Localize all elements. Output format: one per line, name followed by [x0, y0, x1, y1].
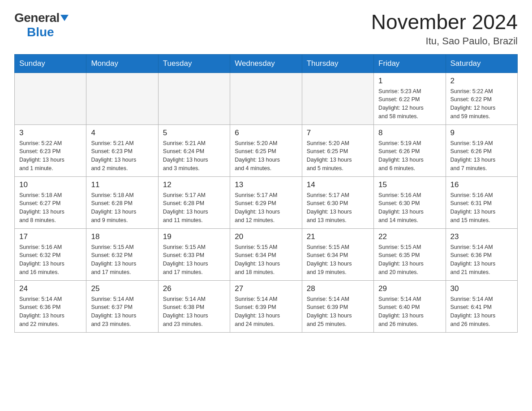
- day-info: Sunrise: 5:16 AM Sunset: 6:30 PM Dayligh…: [378, 191, 441, 225]
- day-number: 27: [235, 284, 297, 293]
- calendar-cell: 18Sunrise: 5:15 AM Sunset: 6:32 PM Dayli…: [86, 228, 158, 280]
- calendar-cell: 25Sunrise: 5:14 AM Sunset: 6:37 PM Dayli…: [86, 280, 158, 332]
- day-number: 22: [378, 232, 441, 241]
- day-number: 21: [307, 232, 369, 241]
- day-info: Sunrise: 5:21 AM Sunset: 6:23 PM Dayligh…: [91, 139, 153, 173]
- calendar-cell: 27Sunrise: 5:14 AM Sunset: 6:39 PM Dayli…: [230, 280, 302, 332]
- weekday-header-wednesday: Wednesday: [230, 54, 302, 73]
- calendar-cell: 2Sunrise: 5:22 AM Sunset: 6:22 PM Daylig…: [446, 73, 517, 124]
- day-number: 7: [307, 128, 369, 137]
- day-info: Sunrise: 5:17 AM Sunset: 6:30 PM Dayligh…: [307, 191, 369, 225]
- day-info: Sunrise: 5:14 AM Sunset: 6:36 PM Dayligh…: [450, 243, 513, 277]
- weekday-header-thursday: Thursday: [302, 54, 373, 73]
- weekday-header-tuesday: Tuesday: [158, 54, 230, 73]
- day-info: Sunrise: 5:15 AM Sunset: 6:34 PM Dayligh…: [307, 243, 369, 277]
- day-number: 29: [378, 284, 441, 293]
- weekday-header-sunday: Sunday: [15, 54, 86, 73]
- calendar-cell: 23Sunrise: 5:14 AM Sunset: 6:36 PM Dayli…: [446, 228, 517, 280]
- day-number: 12: [163, 180, 225, 189]
- calendar-cell: 12Sunrise: 5:17 AM Sunset: 6:28 PM Dayli…: [158, 176, 230, 228]
- day-info: Sunrise: 5:15 AM Sunset: 6:35 PM Dayligh…: [378, 243, 441, 277]
- day-number: 8: [378, 128, 441, 137]
- day-info: Sunrise: 5:23 AM Sunset: 6:22 PM Dayligh…: [378, 87, 441, 121]
- weekday-header-saturday: Saturday: [446, 54, 517, 73]
- day-number: 19: [163, 232, 225, 241]
- day-info: Sunrise: 5:14 AM Sunset: 6:40 PM Dayligh…: [378, 295, 441, 329]
- day-number: 26: [163, 284, 225, 293]
- day-number: 28: [307, 284, 369, 293]
- calendar-cell: 11Sunrise: 5:18 AM Sunset: 6:28 PM Dayli…: [86, 176, 158, 228]
- calendar-cell: [158, 73, 230, 124]
- day-number: 20: [235, 232, 297, 241]
- calendar-cell: 24Sunrise: 5:14 AM Sunset: 6:36 PM Dayli…: [15, 280, 86, 332]
- day-info: Sunrise: 5:16 AM Sunset: 6:32 PM Dayligh…: [19, 243, 82, 277]
- day-info: Sunrise: 5:21 AM Sunset: 6:24 PM Dayligh…: [163, 139, 225, 173]
- day-info: Sunrise: 5:20 AM Sunset: 6:25 PM Dayligh…: [235, 139, 297, 173]
- calendar-cell: [15, 73, 86, 124]
- calendar-cell: 6Sunrise: 5:20 AM Sunset: 6:25 PM Daylig…: [230, 124, 302, 176]
- page-header: General Blue November 2024 Itu, Sao Paul…: [14, 11, 518, 47]
- day-info: Sunrise: 5:22 AM Sunset: 6:22 PM Dayligh…: [450, 87, 513, 121]
- calendar-week-row: 3Sunrise: 5:22 AM Sunset: 6:23 PM Daylig…: [15, 124, 518, 176]
- day-info: Sunrise: 5:16 AM Sunset: 6:31 PM Dayligh…: [450, 191, 513, 225]
- day-number: 11: [91, 180, 153, 189]
- calendar-week-row: 10Sunrise: 5:18 AM Sunset: 6:27 PM Dayli…: [15, 176, 518, 228]
- calendar-cell: 17Sunrise: 5:16 AM Sunset: 6:32 PM Dayli…: [15, 228, 86, 280]
- logo: General Blue: [14, 11, 69, 39]
- day-info: Sunrise: 5:20 AM Sunset: 6:25 PM Dayligh…: [307, 139, 369, 173]
- calendar-cell: 7Sunrise: 5:20 AM Sunset: 6:25 PM Daylig…: [302, 124, 373, 176]
- calendar-cell: [230, 73, 302, 124]
- calendar-week-row: 1Sunrise: 5:23 AM Sunset: 6:22 PM Daylig…: [15, 73, 518, 124]
- calendar-cell: 29Sunrise: 5:14 AM Sunset: 6:40 PM Dayli…: [374, 280, 446, 332]
- calendar-cell: 26Sunrise: 5:14 AM Sunset: 6:38 PM Dayli…: [158, 280, 230, 332]
- calendar-cell: 20Sunrise: 5:15 AM Sunset: 6:34 PM Dayli…: [230, 228, 302, 280]
- day-info: Sunrise: 5:14 AM Sunset: 6:39 PM Dayligh…: [235, 295, 297, 329]
- day-number: 14: [307, 180, 369, 189]
- weekday-header-monday: Monday: [86, 54, 158, 73]
- day-info: Sunrise: 5:15 AM Sunset: 6:34 PM Dayligh…: [235, 243, 297, 277]
- day-info: Sunrise: 5:22 AM Sunset: 6:23 PM Dayligh…: [19, 139, 82, 173]
- calendar-cell: 14Sunrise: 5:17 AM Sunset: 6:30 PM Dayli…: [302, 176, 373, 228]
- day-info: Sunrise: 5:14 AM Sunset: 6:36 PM Dayligh…: [19, 295, 82, 329]
- day-number: 9: [450, 128, 513, 137]
- calendar-cell: 9Sunrise: 5:19 AM Sunset: 6:26 PM Daylig…: [446, 124, 517, 176]
- calendar-week-row: 17Sunrise: 5:16 AM Sunset: 6:32 PM Dayli…: [15, 228, 518, 280]
- svg-marker-0: [60, 15, 69, 21]
- calendar-cell: 19Sunrise: 5:15 AM Sunset: 6:33 PM Dayli…: [158, 228, 230, 280]
- calendar-cell: [86, 73, 158, 124]
- day-number: 16: [450, 180, 513, 189]
- calendar-cell: 15Sunrise: 5:16 AM Sunset: 6:30 PM Dayli…: [374, 176, 446, 228]
- day-number: 3: [19, 128, 82, 137]
- calendar-month-year: November 2024: [371, 11, 518, 34]
- calendar-week-row: 24Sunrise: 5:14 AM Sunset: 6:36 PM Dayli…: [15, 280, 518, 332]
- calendar-cell: 21Sunrise: 5:15 AM Sunset: 6:34 PM Dayli…: [302, 228, 373, 280]
- calendar-cell: 10Sunrise: 5:18 AM Sunset: 6:27 PM Dayli…: [15, 176, 86, 228]
- calendar-cell: 5Sunrise: 5:21 AM Sunset: 6:24 PM Daylig…: [158, 124, 230, 176]
- day-info: Sunrise: 5:15 AM Sunset: 6:33 PM Dayligh…: [163, 243, 225, 277]
- day-info: Sunrise: 5:18 AM Sunset: 6:28 PM Dayligh…: [91, 191, 153, 225]
- logo-triangle-icon: [60, 15, 69, 23]
- day-info: Sunrise: 5:18 AM Sunset: 6:27 PM Dayligh…: [19, 191, 82, 225]
- day-info: Sunrise: 5:14 AM Sunset: 6:39 PM Dayligh…: [307, 295, 369, 329]
- calendar-cell: 8Sunrise: 5:19 AM Sunset: 6:26 PM Daylig…: [374, 124, 446, 176]
- weekday-header-friday: Friday: [374, 54, 446, 73]
- day-info: Sunrise: 5:14 AM Sunset: 6:38 PM Dayligh…: [163, 295, 225, 329]
- calendar-cell: 28Sunrise: 5:14 AM Sunset: 6:39 PM Dayli…: [302, 280, 373, 332]
- day-number: 10: [19, 180, 82, 189]
- calendar-cell: 1Sunrise: 5:23 AM Sunset: 6:22 PM Daylig…: [374, 73, 446, 124]
- day-number: 23: [450, 232, 513, 241]
- day-info: Sunrise: 5:15 AM Sunset: 6:32 PM Dayligh…: [91, 243, 153, 277]
- day-info: Sunrise: 5:17 AM Sunset: 6:29 PM Dayligh…: [235, 191, 297, 225]
- day-info: Sunrise: 5:14 AM Sunset: 6:41 PM Dayligh…: [450, 295, 513, 329]
- calendar-cell: 4Sunrise: 5:21 AM Sunset: 6:23 PM Daylig…: [86, 124, 158, 176]
- day-number: 4: [91, 128, 153, 137]
- calendar-cell: 3Sunrise: 5:22 AM Sunset: 6:23 PM Daylig…: [15, 124, 86, 176]
- calendar-table: SundayMondayTuesdayWednesdayThursdayFrid…: [14, 54, 518, 333]
- day-info: Sunrise: 5:17 AM Sunset: 6:28 PM Dayligh…: [163, 191, 225, 225]
- day-number: 5: [163, 128, 225, 137]
- day-number: 6: [235, 128, 297, 137]
- day-number: 17: [19, 232, 82, 241]
- day-number: 15: [378, 180, 441, 189]
- logo-general-text: General: [14, 11, 60, 25]
- logo-blue-text: Blue: [27, 25, 54, 39]
